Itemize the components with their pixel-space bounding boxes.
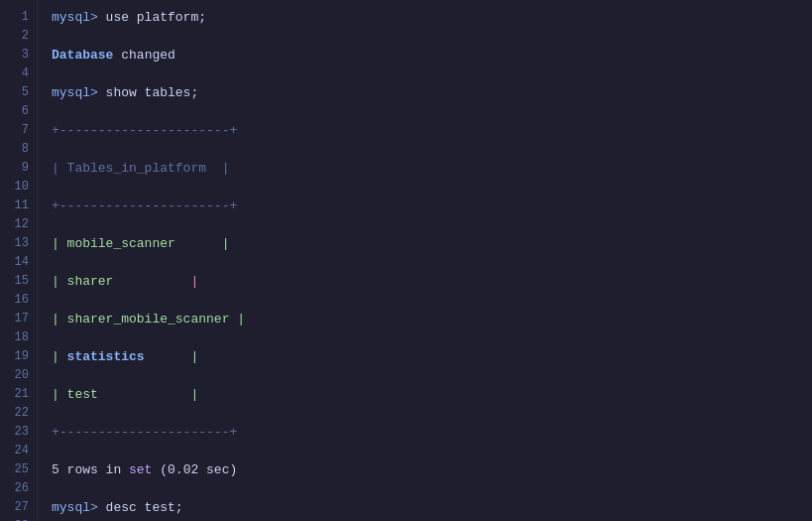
code-segment: (0.02 sec) bbox=[152, 460, 237, 479]
code-segment: +----------------------+ bbox=[52, 121, 237, 140]
code-line bbox=[52, 65, 812, 83]
code-segment: set bbox=[129, 460, 152, 479]
line-number: 16 bbox=[0, 291, 37, 310]
code-line: +----------------------+ bbox=[52, 423, 812, 442]
code-segment: Database bbox=[52, 46, 113, 65]
code-segment: | test | bbox=[52, 385, 198, 404]
code-line bbox=[52, 140, 812, 159]
line-number: 8 bbox=[0, 140, 37, 159]
line-numbers: 1234567891011121314151617181920212223242… bbox=[0, 0, 38, 521]
code-segment: 5 rows in bbox=[52, 460, 129, 479]
terminal-window: 1234567891011121314151617181920212223242… bbox=[0, 0, 812, 521]
code-line bbox=[52, 215, 812, 234]
code-line: 5 rows in set (0.02 sec) bbox=[52, 460, 812, 479]
code-line bbox=[52, 366, 812, 385]
line-number: 27 bbox=[0, 498, 37, 517]
code-line: | statistics | bbox=[52, 347, 812, 366]
line-number: 20 bbox=[0, 366, 37, 385]
code-segment: changed bbox=[113, 46, 174, 65]
line-number: 23 bbox=[0, 423, 37, 442]
code-line bbox=[52, 442, 812, 460]
code-segment: show tables; bbox=[106, 83, 199, 102]
line-number: 4 bbox=[0, 65, 37, 83]
code-line bbox=[52, 253, 812, 272]
code-line: +----------------------+ bbox=[52, 121, 812, 140]
line-number: 28 bbox=[0, 517, 37, 521]
code-line bbox=[52, 328, 812, 347]
code-area[interactable]: mysql> use platform; Database changed my… bbox=[38, 0, 812, 521]
code-segment: desc test; bbox=[106, 498, 183, 517]
code-line: | sharer_mobile_scanner | bbox=[52, 310, 812, 328]
line-number: 11 bbox=[0, 196, 37, 215]
code-segment: +----------------------+ bbox=[52, 423, 237, 442]
line-number: 15 bbox=[0, 272, 37, 291]
line-number: 18 bbox=[0, 328, 37, 347]
code-segment: +----------------------+ bbox=[52, 196, 237, 215]
code-segment: | Tables_in_platform | bbox=[52, 159, 229, 178]
code-segment: mysql> bbox=[52, 83, 106, 102]
line-number: 9 bbox=[0, 159, 37, 178]
code-line: | Tables_in_platform | bbox=[52, 159, 812, 178]
code-segment: | bbox=[145, 347, 199, 366]
line-number: 3 bbox=[0, 46, 37, 65]
code-line bbox=[52, 178, 812, 196]
code-line bbox=[52, 102, 812, 121]
code-segment: use platform; bbox=[106, 8, 206, 27]
code-segment: | sharer bbox=[52, 272, 190, 291]
code-line: | sharer | bbox=[52, 272, 812, 291]
code-line bbox=[52, 404, 812, 423]
code-line bbox=[52, 479, 812, 498]
code-line: mysql> use platform; bbox=[52, 8, 812, 27]
code-line: Database changed bbox=[52, 46, 812, 65]
line-number: 2 bbox=[0, 27, 37, 46]
line-number: 7 bbox=[0, 121, 37, 140]
code-segment: mysql> bbox=[52, 498, 106, 517]
code-line: mysql> show tables; bbox=[52, 83, 812, 102]
line-number: 25 bbox=[0, 460, 37, 479]
code-line: mysql> desc test; bbox=[52, 498, 812, 517]
code-segment: mysql> bbox=[52, 8, 106, 27]
line-number: 12 bbox=[0, 215, 37, 234]
code-segment: statistics bbox=[67, 347, 145, 366]
line-number: 17 bbox=[0, 310, 37, 328]
code-line: +----------------------+ bbox=[52, 196, 812, 215]
line-number: 1 bbox=[0, 8, 37, 27]
code-line: | test | bbox=[52, 385, 812, 404]
code-line bbox=[52, 291, 812, 310]
line-number: 26 bbox=[0, 479, 37, 498]
line-number: 22 bbox=[0, 404, 37, 423]
line-number: 10 bbox=[0, 178, 37, 196]
line-number: 5 bbox=[0, 83, 37, 102]
line-number: 19 bbox=[0, 347, 37, 366]
line-number: 6 bbox=[0, 102, 37, 121]
code-segment: | bbox=[190, 272, 198, 291]
code-segment: | bbox=[52, 347, 67, 366]
code-line bbox=[52, 27, 812, 46]
line-number: 21 bbox=[0, 385, 37, 404]
code-line bbox=[52, 517, 812, 521]
code-segment: | mobile_scanner | bbox=[52, 234, 229, 253]
line-number: 24 bbox=[0, 442, 37, 460]
line-number: 13 bbox=[0, 234, 37, 253]
code-segment: | sharer_mobile_scanner | bbox=[52, 310, 245, 328]
code-line: | mobile_scanner | bbox=[52, 234, 812, 253]
line-number: 14 bbox=[0, 253, 37, 272]
